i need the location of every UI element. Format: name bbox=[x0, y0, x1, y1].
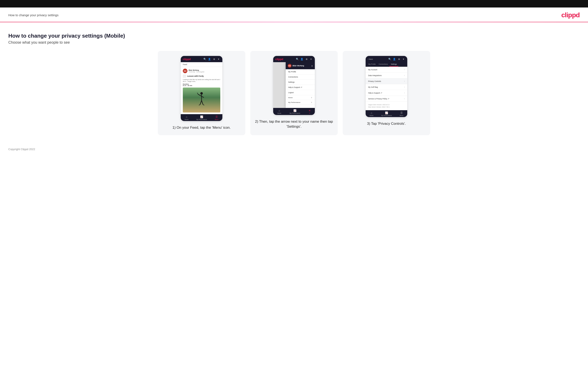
screen1-content: Feed BM Blair McHarg Yesterday · Sunning… bbox=[181, 62, 222, 114]
chevron-service: › bbox=[404, 98, 405, 100]
footer: Copyright Clippd 2022 bbox=[0, 143, 588, 155]
phone-navbar-1: clippd 🔍 👤 ⊕ ▾ bbox=[181, 56, 222, 62]
golfer-silhouette bbox=[196, 92, 207, 108]
phone-bottom-bar-3: ⌂ Home 📈 My Performance ☰ Menu bbox=[366, 110, 407, 117]
phone-nav-icons-1: 🔍 👤 ⊕ ▾ bbox=[203, 57, 220, 61]
bottom-performance-2: 📈 My Performance bbox=[290, 109, 300, 114]
bottom-performance-label-1: My Performance bbox=[196, 119, 207, 120]
bottom-performance-label-2: My Performance bbox=[290, 112, 300, 114]
header-divider bbox=[0, 22, 588, 22]
bottom-home-1: ⌂ Home bbox=[185, 115, 189, 120]
settings-item-data[interactable]: Data Integrations › bbox=[366, 73, 407, 78]
feed-user-info: Blair McHarg Yesterday · Sunningdale bbox=[189, 69, 205, 73]
menu-item-settings[interactable]: Settings bbox=[286, 80, 315, 85]
lesson-icon bbox=[183, 75, 186, 78]
phone-nav-icons-2: 🔍 👤 ⊕ ▾ bbox=[296, 57, 313, 61]
settings-item-golf-bag-label: My Golf Bag bbox=[368, 86, 378, 88]
avatar-1: BM bbox=[183, 69, 187, 73]
settings-list: My Account › Data Integrations › Privacy… bbox=[366, 67, 407, 102]
menu-avatar: BM bbox=[288, 64, 292, 67]
bottom-home-3: ⌂ Home bbox=[370, 111, 373, 116]
lesson-title: Lesson with Fordy bbox=[187, 75, 204, 77]
feed-username: Blair McHarg bbox=[189, 69, 205, 71]
bottom-home-label-1: Home bbox=[185, 119, 189, 120]
menu-section-home[interactable]: Home ∨ bbox=[286, 95, 315, 100]
chevron-data: › bbox=[404, 74, 405, 76]
step-2-card: clippd 🔍 👤 ⊕ ▾ bbox=[250, 51, 338, 135]
settings-item-privacy[interactable]: Privacy Controls › bbox=[366, 78, 407, 84]
phone-navbar-2: clippd 🔍 👤 ⊕ ▾ bbox=[273, 56, 315, 62]
bottom-menu-3: ☰ Menu bbox=[400, 111, 404, 116]
bottom-performance-label-3: My Performance bbox=[381, 115, 392, 116]
menu-user-row: BM Blair McHarg ∧ bbox=[286, 62, 315, 69]
menu-item-connections[interactable]: Connections bbox=[286, 75, 315, 80]
page-heading: How to change your privacy settings (Mob… bbox=[8, 33, 580, 39]
settings-item-privacy-label: Privacy Controls bbox=[368, 80, 381, 82]
chevron-performance: ∨ bbox=[311, 101, 312, 103]
user-icon-3: 👤 bbox=[393, 57, 396, 61]
phone-logo-2: clippd bbox=[275, 58, 283, 61]
settings-item-service[interactable]: Service & Privacy Policy ↗ › bbox=[366, 96, 407, 102]
bottom-menu-label-3: Menu bbox=[400, 115, 404, 116]
tab-my-profile[interactable]: My Profile bbox=[367, 62, 377, 67]
step-3-caption: 3) Tap 'Privacy Controls'. bbox=[367, 121, 406, 126]
menu-drawer: BM Blair McHarg ∧ My Profile Connections… bbox=[286, 62, 315, 108]
menu-username: Blair McHarg bbox=[293, 65, 304, 67]
tab-settings[interactable]: Settings bbox=[389, 62, 398, 67]
settings-item-data-label: Data Integrations bbox=[368, 75, 382, 76]
svg-point-0 bbox=[200, 92, 203, 95]
bottom-home-label-3: Home bbox=[370, 115, 373, 116]
menu-section-home-label: Home bbox=[288, 97, 293, 99]
feed-image bbox=[183, 88, 220, 112]
bottom-menu-1: ☰ Menu bbox=[215, 115, 219, 120]
bottom-home-2: ⌂ Home bbox=[277, 109, 281, 114]
phone-mockup-2: clippd 🔍 👤 ⊕ ▾ bbox=[273, 56, 315, 115]
performance-icon-2: 📈 bbox=[293, 109, 296, 112]
performance-icon-3: 📈 bbox=[385, 111, 388, 114]
menu-item-logout[interactable]: Logout bbox=[286, 90, 315, 95]
step-1-caption: 1) On your Feed, tap the 'Menu' icon. bbox=[173, 125, 231, 130]
feed-duration: Duration 01 hr : 30 min bbox=[183, 83, 220, 86]
menu-icon-1: ☰ bbox=[216, 115, 218, 118]
phone-nav-icons-3: 🔍 👤 ⊕ ▾ bbox=[388, 57, 405, 61]
settings-item-account[interactable]: My Account › bbox=[366, 67, 407, 73]
svg-line-8 bbox=[203, 105, 204, 105]
home-icon-1: ⌂ bbox=[186, 115, 187, 118]
feed-description: Looking to feel like my hands are exitin… bbox=[183, 79, 220, 82]
svg-line-2 bbox=[198, 94, 202, 96]
tab-connections[interactable]: Connections bbox=[377, 62, 389, 67]
version-line-2: GQL Server Version: 2022.7.30-1 bbox=[368, 106, 405, 108]
search-icon-1: 🔍 bbox=[203, 57, 207, 61]
menu-item-help[interactable]: Help & Support ↗ bbox=[286, 85, 315, 90]
step-1-card: clippd 🔍 👤 ⊕ ▾ Feed BM bbox=[158, 51, 245, 135]
phone-bottom-bar-1: ⌂ Home 📈 My Performance ☰ Menu bbox=[181, 114, 222, 121]
search-icon-3: 🔍 bbox=[388, 57, 391, 61]
chevron-down-icon-3: ▾ bbox=[402, 57, 405, 61]
menu-section-performance[interactable]: My Performance ∨ bbox=[286, 100, 315, 105]
chevron-down-icon-1: ▾ bbox=[217, 57, 220, 61]
svg-line-3 bbox=[197, 93, 198, 94]
settings-item-golf-bag[interactable]: My Golf Bag › bbox=[366, 84, 407, 90]
back-button[interactable]: < Back bbox=[368, 58, 373, 60]
settings-item-service-label: Service & Privacy Policy ↗ bbox=[368, 98, 389, 100]
svg-line-7 bbox=[199, 105, 200, 105]
settings-item-help-label: Help & Support ↗ bbox=[368, 92, 382, 94]
bottom-performance-1: 📈 My Performance bbox=[196, 115, 207, 120]
copyright: Copyright Clippd 2022 bbox=[8, 148, 35, 151]
bottom-close-label-2: ✕ bbox=[309, 112, 310, 114]
menu-item-profile[interactable]: My Profile bbox=[286, 69, 315, 75]
main-content: How to change your privacy settings (Mob… bbox=[0, 28, 588, 143]
header-title: How to change your privacy settings bbox=[8, 13, 59, 17]
chevron-account: › bbox=[404, 68, 405, 71]
menu-section-performance-label: My Performance bbox=[288, 101, 301, 103]
menu-user-name-row: BM Blair McHarg bbox=[288, 64, 304, 67]
settings-item-help[interactable]: Help & Support ↗ › bbox=[366, 90, 407, 96]
chevron-help: › bbox=[404, 92, 405, 94]
duration-label: Duration bbox=[183, 83, 189, 85]
chevron-golf-bag: › bbox=[404, 86, 405, 88]
settings-item-account-label: My Account bbox=[368, 69, 377, 71]
feed-timestamp: Yesterday · Sunningdale bbox=[189, 71, 205, 73]
phone-logo-1: clippd bbox=[183, 58, 191, 61]
bottom-menu-label-1: Menu bbox=[215, 119, 219, 120]
settings-version: Clippd Client Version: 2022.8.3-3 GQL Se… bbox=[366, 102, 407, 110]
